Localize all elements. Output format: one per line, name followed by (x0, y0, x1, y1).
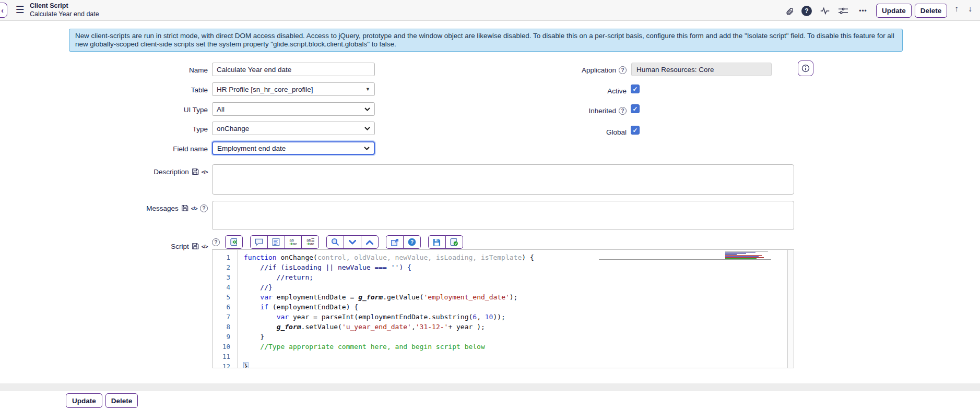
table-label: Table (0, 85, 208, 94)
chevron-down-icon (364, 107, 370, 111)
chevron-down-icon (364, 147, 370, 150)
description-label-text: Description (154, 168, 189, 176)
code-lines: function onChange(control, oldValue, new… (244, 252, 786, 368)
ui-type-label: UI Type (0, 105, 208, 114)
page-title: Client Script Calculate Year end date (30, 2, 99, 18)
application-info-button[interactable] (798, 61, 813, 76)
form-header: ‹ ☰ Client Script Calculate Year end dat… (0, 0, 980, 21)
open-in-new-window-icon (391, 238, 399, 246)
paperclip-icon (785, 7, 794, 16)
script-code-editor[interactable]: 123456789101112 function onChange(contro… (212, 249, 794, 368)
active-checkbox[interactable] (631, 85, 640, 93)
help-circle-blue-icon: ? (408, 238, 416, 246)
help-button[interactable]: ? (800, 5, 813, 17)
update-button-header[interactable]: Update (876, 4, 912, 18)
open-in-new-window-button[interactable] (386, 235, 404, 249)
save-script-button[interactable] (428, 235, 446, 249)
update-button-footer[interactable]: Update (66, 393, 102, 408)
personalize-form-button[interactable] (837, 5, 849, 17)
messages-label-text: Messages (146, 204, 179, 212)
field-name-select[interactable]: Employment end date (212, 141, 375, 155)
code-field-icon[interactable]: </> (191, 206, 197, 211)
record-title: Calculate Year end date (30, 10, 99, 19)
question-circle-icon[interactable]: ? (619, 66, 627, 74)
delete-button-footer[interactable]: Delete (105, 393, 138, 408)
chevron-down-icon (364, 127, 370, 130)
question-circle-icon[interactable]: ? (200, 204, 208, 212)
global-checkbox[interactable] (631, 126, 640, 135)
editor-help-button[interactable]: ? (403, 235, 421, 249)
name-input[interactable] (212, 63, 375, 76)
inherited-checkbox[interactable] (631, 104, 640, 113)
find-next-button[interactable] (344, 235, 361, 249)
name-label: Name (0, 65, 208, 75)
script-label: Script </> (0, 242, 208, 251)
table-select-value: HR Profile [sn_hr_core_profile] (217, 86, 313, 93)
application-label-text: Application (582, 66, 616, 74)
format-code-icon (230, 238, 239, 246)
toggle-comment-button[interactable] (250, 235, 268, 249)
form-bottom-divider (0, 383, 980, 391)
replace-all-icon: ab☰➔ac (306, 238, 314, 246)
syntax-check-button[interactable] (445, 235, 463, 249)
code-field-icon[interactable]: </> (202, 169, 208, 175)
more-icon: ••• (859, 7, 867, 15)
editor-scrollbar[interactable] (787, 250, 794, 368)
save-field-icon[interactable] (192, 243, 199, 250)
application-label: Application ? (501, 65, 627, 75)
activity-stream-button[interactable] (819, 5, 831, 17)
down-arrow-icon: ↓ (968, 4, 972, 13)
field-name-select-value: Employment end date (217, 144, 286, 152)
search-button[interactable] (326, 235, 344, 249)
format-document-button[interactable] (267, 235, 285, 249)
svg-text:?: ? (410, 239, 414, 245)
save-field-icon[interactable] (192, 168, 199, 175)
delete-button-header[interactable]: Delete (915, 4, 947, 18)
type-label: Type (0, 124, 208, 134)
type-select-value: onChange (217, 125, 249, 132)
code-field-icon[interactable]: </> (202, 244, 208, 249)
chevron-down-icon (349, 240, 356, 245)
messages-textarea[interactable] (212, 201, 794, 230)
strict-mode-info-banner: New client-scripts are run in strict mod… (69, 29, 903, 52)
dropdown-triangle-icon: ▼ (365, 87, 370, 92)
back-icon: ‹ (1, 6, 4, 15)
info-icon (801, 64, 810, 73)
gutter: 123456789101112 (212, 250, 238, 368)
chevron-up-icon (366, 240, 373, 245)
back-button[interactable]: ‹ (0, 3, 7, 18)
find-previous-button[interactable] (361, 235, 379, 249)
save-field-icon[interactable] (181, 204, 188, 212)
code-minimap (725, 251, 770, 260)
description-label: Description </> (0, 167, 208, 176)
search-icon (331, 238, 339, 246)
type-select[interactable]: onChange (212, 122, 375, 135)
replace-all-button[interactable]: ab☰➔ac (301, 235, 319, 249)
table-select[interactable]: HR Profile [sn_hr_core_profile] ▼ (212, 82, 375, 96)
attachment-button[interactable] (783, 5, 796, 17)
form-context-menu-button[interactable]: ☰ (15, 4, 25, 16)
form-footer: Update Delete (0, 391, 980, 410)
more-options-button[interactable]: ••• (857, 5, 869, 17)
document-lines-icon (272, 238, 280, 246)
syntax-check-icon (450, 238, 458, 246)
question-circle-icon[interactable]: ? (619, 107, 627, 115)
field-name-label: Field name (0, 144, 208, 153)
client-script-form-page: ‹ ☰ Client Script Calculate Year end dat… (0, 0, 980, 410)
inherited-label-text: Inherited (588, 107, 616, 115)
previous-record-button[interactable]: ↑ (954, 4, 959, 14)
record-type: Client Script (30, 2, 99, 10)
replace-icon: ab➔ac (290, 238, 297, 246)
application-field: Human Resources: Core (631, 63, 772, 76)
format-code-button[interactable] (225, 235, 243, 249)
save-floppy-icon (433, 238, 441, 246)
ui-type-select[interactable]: All (212, 102, 375, 116)
activity-icon (820, 7, 830, 15)
script-editor-toolbar: ? ab➔ac ab☰➔ac (212, 235, 463, 249)
editor-help-circle-icon[interactable]: ? (212, 238, 220, 246)
inherited-label: Inherited ? (501, 106, 627, 115)
replace-button[interactable]: ab➔ac (285, 235, 302, 249)
description-textarea[interactable] (212, 164, 794, 195)
menu-icon: ☰ (15, 4, 24, 15)
next-record-button[interactable]: ↓ (968, 4, 972, 14)
